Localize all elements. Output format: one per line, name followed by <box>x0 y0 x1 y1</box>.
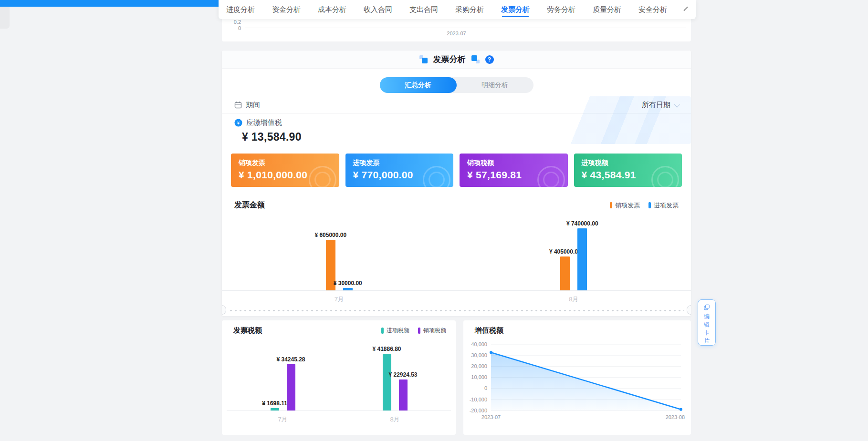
legend-label: 销项税额 <box>423 327 446 335</box>
tab-expense-contract[interactable]: 支出合同 <box>409 0 438 19</box>
card-input-invoice: 进项发票 ¥ 770,000.00 <box>345 154 454 187</box>
panel-header: 发票分析 ? <box>222 51 691 69</box>
card-label: 销项税额 <box>467 159 560 167</box>
period-filter-row: 期间 所有日期 <box>234 98 679 112</box>
invoice-tax-bar-plot: ¥ 1698.11¥ 34245.28¥ 41886.80¥ 22924.53 <box>227 343 451 411</box>
legend-marker-icon <box>648 202 651 208</box>
bar-进项税额: ¥ 41886.80 <box>383 354 391 410</box>
card-label: 进项发票 <box>353 159 446 167</box>
chart-title: 发票税额 <box>233 326 262 335</box>
left-edge-panel <box>0 7 10 29</box>
edit-cards-button[interactable]: 编辑卡片 <box>698 299 716 346</box>
x-axis-label: 7月 <box>278 415 287 424</box>
legend-label: 进项税额 <box>387 327 409 335</box>
vat-due-row: ¥ 应缴增值税 <box>234 118 282 127</box>
svg-text:2023-07: 2023-07 <box>481 414 501 420</box>
card-sales-tax: 销项税额 ¥ 57,169.81 <box>460 154 568 187</box>
svg-text:30,000: 30,000 <box>471 352 487 358</box>
bar-value-label: ¥ 740000.00 <box>566 220 598 227</box>
chart-legend: 进项税额销项税额 <box>381 327 446 335</box>
tab-income-contract[interactable]: 收入合同 <box>364 0 392 19</box>
legend-marker-icon <box>381 328 384 334</box>
x-axis-label: 8月 <box>390 415 399 424</box>
bar-value-label: ¥ 30000.00 <box>334 280 362 287</box>
card-watermark-icon <box>423 166 450 187</box>
prev-chart-tick: 0.2 <box>225 19 241 25</box>
bar-value-label: ¥ 22924.53 <box>388 371 417 378</box>
svg-text:40,000: 40,000 <box>471 341 487 347</box>
edit-cards-icon <box>703 304 711 310</box>
toggle-summary-analysis[interactable]: 汇总分析 <box>380 77 457 93</box>
vat-due-value: ¥ 13,584.90 <box>242 131 302 144</box>
title-deco-squares-icon <box>471 55 480 63</box>
bar-进项发票: ¥ 740000.00 <box>577 228 587 290</box>
previous-chart-remnant: 0.2 0 2023-07 <box>222 19 691 41</box>
tab-labor-analysis[interactable]: 劳务分析 <box>547 0 575 19</box>
svg-text:-20,000: -20,000 <box>470 408 487 413</box>
legend-item[interactable]: 进项发票 <box>648 201 679 210</box>
legend-item[interactable]: 销项发票 <box>610 201 640 210</box>
invoice-tax-chart-header: 发票税额 进项税额销项税额 <box>233 326 446 335</box>
bar-value-label: ¥ 605000.00 <box>314 232 346 238</box>
tab-invoice-analysis[interactable]: 发票分析 <box>501 0 530 19</box>
svg-text:¥: ¥ <box>237 120 240 125</box>
card-watermark-icon <box>651 166 679 187</box>
bar-group-7月: ¥ 1698.11¥ 34245.28 <box>271 343 295 410</box>
tab-cost-analysis[interactable]: 成本分析 <box>318 0 346 19</box>
svg-text:20,000: 20,000 <box>471 363 487 369</box>
edit-cards-label: 编辑卡片 <box>704 313 710 345</box>
page-title: 发票分析 <box>433 54 466 65</box>
title-deco-squares-icon <box>419 55 428 63</box>
bar-group-7月: ¥ 605000.00¥ 30000.00 <box>326 215 353 290</box>
separator-handle-right[interactable] <box>687 305 691 315</box>
top-blue-strip <box>0 0 220 7</box>
tab-progress-analysis[interactable]: 进度分析 <box>226 0 255 19</box>
calendar-icon <box>234 101 242 109</box>
period-label: 期间 <box>246 101 260 110</box>
nav-collapse-chevron-icon[interactable] <box>684 6 688 10</box>
invoice-amount-chart-header: 发票金额 销项发票进项发票 <box>234 200 679 210</box>
vat-amount-chart-header: 增值税额 <box>475 326 681 335</box>
legend-item[interactable]: 销项税额 <box>418 327 446 335</box>
tab-quality-analysis[interactable]: 质量分析 <box>593 0 621 19</box>
dotted-separator <box>229 309 684 312</box>
toggle-detail-analysis[interactable]: 明细分析 <box>457 77 533 93</box>
tab-safety-analysis[interactable]: 安全分析 <box>638 0 667 19</box>
bar-销项发票: ¥ 405000.00 <box>560 256 570 290</box>
x-axis-label: 8月 <box>569 295 578 304</box>
bar-group-8月: ¥ 405000.00¥ 740000.00 <box>560 215 587 290</box>
chart-legend: 销项发票进项发票 <box>610 201 679 210</box>
dashboard-page: 进度分析 资金分析 成本分析 收入合同 支出合同 采购分析 发票分析 劳务分析 … <box>0 0 868 441</box>
svg-text:2023-08: 2023-08 <box>666 414 685 420</box>
legend-item[interactable]: 进项税额 <box>381 327 409 335</box>
prev-chart-x-label: 2023-07 <box>222 31 691 36</box>
coin-icon: ¥ <box>234 119 242 127</box>
card-label: 进项税额 <box>582 159 675 167</box>
summary-cards-row: 销项发票 ¥ 1,010,000.00 进项发票 ¥ 770,000.00 销项… <box>231 154 682 187</box>
vat-due-label: 应缴增值税 <box>246 118 282 127</box>
chevron-down-icon <box>674 101 680 107</box>
divider <box>222 113 691 113</box>
invoice-tax-panel: 发票税额 进项税额销项税额 ¥ 1698.11¥ 34245.28¥ 41886… <box>222 320 456 435</box>
separator-handle-left[interactable] <box>222 305 226 315</box>
bar-销项税额: ¥ 34245.28 <box>287 364 295 410</box>
legend-marker-icon <box>610 202 612 208</box>
invoice-amount-x-axis: 7月8月 <box>222 295 691 304</box>
bar-进项税额: ¥ 1698.11 <box>271 408 279 410</box>
view-mode-toggle: 汇总分析 明细分析 <box>380 77 533 93</box>
date-range-value: 所有日期 <box>642 101 670 110</box>
vat-amount-line-chart: 40,00030,00020,00010,0000-10,000-20,0002… <box>466 338 687 424</box>
date-range-select[interactable]: 所有日期 <box>642 101 679 110</box>
tab-funds-analysis[interactable]: 资金分析 <box>272 0 301 19</box>
svg-text:10,000: 10,000 <box>471 374 487 380</box>
invoice-tax-x-axis: 7月8月 <box>227 415 451 424</box>
chart-title: 增值税额 <box>475 326 503 335</box>
prev-chart-axis-line <box>245 28 686 28</box>
help-icon[interactable]: ? <box>485 55 494 64</box>
svg-text:-10,000: -10,000 <box>470 397 487 402</box>
tab-procurement-analysis[interactable]: 采购分析 <box>455 0 484 19</box>
bar-销项税额: ¥ 22924.53 <box>399 379 408 410</box>
bar-value-label: ¥ 1698.11 <box>262 400 287 407</box>
bar-进项发票: ¥ 30000.00 <box>343 288 353 290</box>
card-input-tax: 进项税额 ¥ 43,584.91 <box>574 154 682 187</box>
